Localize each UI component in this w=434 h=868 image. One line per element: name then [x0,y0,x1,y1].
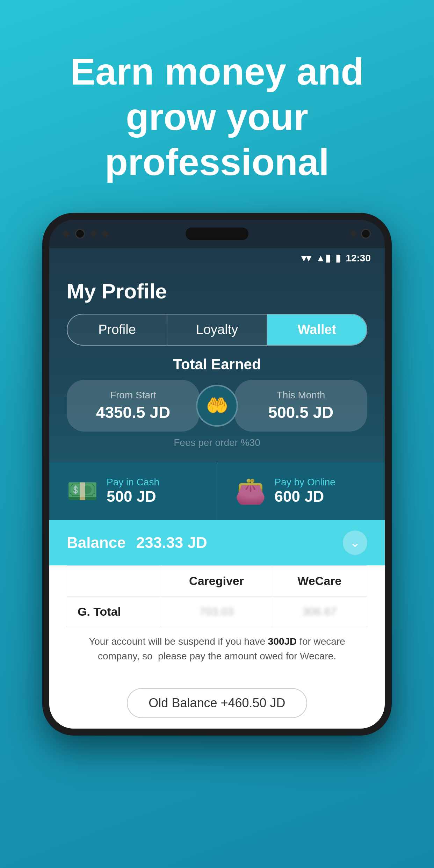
tab-loyalty[interactable]: Loyalty [167,314,267,345]
page-title: My Profile [67,279,367,303]
old-balance-row: Old Balance +460.50 JD [49,678,385,729]
balance-expand-button[interactable]: ⌄ [343,530,367,555]
this-month-value: 500.5 JD [248,403,353,422]
tab-bar[interactable]: Profile Loyalty Wallet [67,314,367,346]
balance-section: Balance 233.33 JD ⌄ Caregiver WeCare [49,520,385,678]
from-start-value: 4350.5 JD [81,403,186,422]
status-icons: ▾▾ ▲▮ ▮ 12:30 [301,252,371,264]
this-month-box: This Month 500.5 JD [234,380,367,432]
earned-row: From Start 4350.5 JD 🤲 This Month 500.5 … [67,380,367,432]
sensor-dot2 [102,231,109,237]
old-balance-button[interactable]: Old Balance +460.50 JD [127,688,307,718]
earned-icon: 🤲 [196,385,238,427]
table-header-caregiver: Caregiver [161,565,272,596]
coin-hand-icon: 🤲 [206,395,229,416]
pay-cash-card: 💵 Pay in Cash 500 JD [49,462,217,520]
fees-text: Fees per order %30 [67,437,367,448]
online-icon: 👛 [235,476,266,506]
balance-amount: 233.33 JD [136,534,207,551]
status-bar: ▾▾ ▲▮ ▮ 12:30 [49,248,385,269]
pay-cash-value: 500 JD [107,488,159,505]
phone-frame-wrapper: ▾▾ ▲▮ ▮ 12:30 My Profile Profile Loyalty… [42,213,392,736]
front-camera-right [361,229,371,239]
earned-header: Total Earned [67,356,367,373]
pay-online-info: Pay by Online 600 JD [275,477,335,505]
table-header-empty [67,565,161,596]
table-header-wecare: WeCare [272,565,367,596]
time-display: 12:30 [346,253,371,264]
cash-icon: 💵 [67,476,98,506]
this-month-label: This Month [248,390,353,401]
earned-section: Total Earned From Start 4350.5 JD 🤲 This… [49,356,385,459]
speaker-dot [63,231,70,237]
table-wecare-val: 306.67 [272,596,367,627]
earned-title: Total Earned [173,356,261,372]
pay-section: 💵 Pay in Cash 500 JD 👛 Pay by Online 600… [49,462,385,520]
balance-table: Caregiver WeCare G. Total 703.03 306.67 [67,565,367,627]
pay-cash-label: Pay in Cash [107,477,159,488]
from-start-label: From Start [81,390,186,401]
from-start-box: From Start 4350.5 JD [67,380,200,432]
sensor-dot [91,231,97,237]
pay-cash-info: Pay in Cash 500 JD [107,477,159,505]
sensor-right [350,231,357,237]
pay-online-card: 👛 Pay by Online 600 JD [217,462,385,520]
balance-left: Balance 233.33 JD [67,534,207,551]
screen-header: My Profile [49,269,385,310]
pay-online-label: Pay by Online [275,477,335,488]
hero-section: Earn money and grow your professional [0,0,434,206]
balance-warning: Your account will be suspend if you have… [67,634,367,664]
hero-title: Earn money and grow your professional [28,49,406,185]
front-camera [75,229,85,239]
table-row: G. Total 703.03 306.67 [67,596,367,627]
phone-notch [49,220,385,248]
notch-center [186,227,248,240]
chevron-down-icon: ⌄ [350,535,360,550]
balance-title: Balance [67,534,126,551]
phone-frame: ▾▾ ▲▮ ▮ 12:30 My Profile Profile Loyalty… [42,213,392,736]
table-row-label: G. Total [67,596,161,627]
pay-online-value: 600 JD [275,488,335,505]
tab-profile[interactable]: Profile [67,314,167,345]
signal-icon: ▲▮ [316,252,331,264]
wifi-icon: ▾▾ [301,252,311,264]
battery-icon: ▮ [335,252,341,264]
tab-wallet[interactable]: Wallet [267,314,367,345]
balance-header: Balance 233.33 JD ⌄ [49,520,385,565]
table-caregiver-val: 703.03 [161,596,272,627]
phone-screen: ▾▾ ▲▮ ▮ 12:30 My Profile Profile Loyalty… [49,248,385,729]
